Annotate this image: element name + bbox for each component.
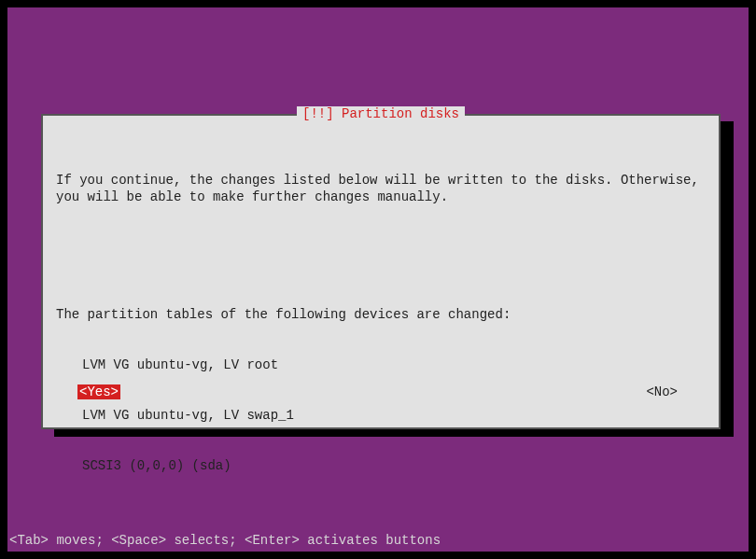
- dialog-title-wrap: [!!] Partition disks: [43, 106, 719, 121]
- partition-dialog: [!!] Partition disks If you continue, th…: [41, 114, 721, 429]
- changed-item: LVM VG ubuntu-vg, LV swap_1: [56, 407, 706, 424]
- changed-header: The partition tables of the following de…: [56, 306, 706, 323]
- dialog-title: [!!] Partition disks: [297, 106, 465, 121]
- yes-button[interactable]: <Yes>: [77, 384, 120, 399]
- installer-background: [!!] Partition disks If you continue, th…: [7, 7, 749, 552]
- changed-item: LVM VG ubuntu-vg, LV root: [56, 356, 706, 373]
- changed-section: The partition tables of the following de…: [56, 273, 706, 508]
- dialog-content: If you continue, the changes listed belo…: [43, 116, 719, 559]
- footer-help: <Tab> moves; <Space> selects; <Enter> ac…: [9, 533, 441, 548]
- no-button[interactable]: <No>: [646, 384, 678, 399]
- changed-item: SCSI3 (0,0,0) (sda): [56, 457, 706, 474]
- intro-text: If you continue, the changes listed belo…: [56, 172, 706, 205]
